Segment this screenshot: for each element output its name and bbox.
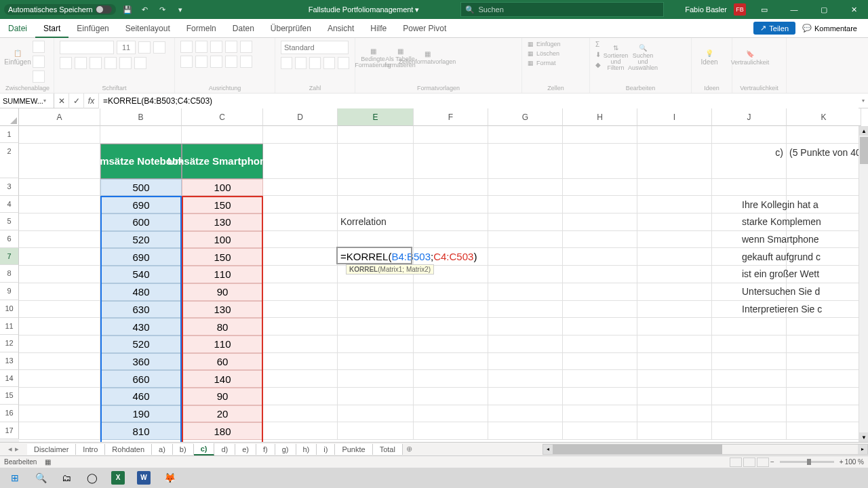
row-header[interactable]: 6 xyxy=(0,230,19,248)
col-header[interactable]: C xyxy=(182,108,263,126)
fx-enter-icon[interactable]: ✓ xyxy=(69,94,84,108)
ribbon-mode-icon[interactable]: ▭ xyxy=(753,0,776,19)
tab-view[interactable]: Ansicht xyxy=(319,19,362,38)
find-select-button[interactable]: 🔍Suchen und Auswählen xyxy=(631,41,655,75)
active-cell[interactable]: =KORREL(B4:B503;C4:C503) KORREL(Matrix1;… xyxy=(338,248,414,266)
row-header[interactable]: 15 xyxy=(0,387,19,405)
zoom-in-icon[interactable]: + xyxy=(840,458,844,466)
font-size-input[interactable] xyxy=(117,41,136,54)
undo-icon[interactable]: ↶ xyxy=(139,3,151,16)
increase-font-icon[interactable] xyxy=(138,41,151,54)
italic-icon[interactable] xyxy=(75,57,87,69)
row-header[interactable]: 11 xyxy=(0,318,19,336)
fill-color-icon[interactable] xyxy=(119,57,132,69)
zoom-slider[interactable] xyxy=(780,461,834,463)
align-mid-icon[interactable] xyxy=(195,41,208,53)
format-painter-icon[interactable] xyxy=(33,70,45,83)
taskbar-excel-icon[interactable]: X xyxy=(106,468,130,487)
tab-help[interactable]: Hilfe xyxy=(362,19,395,38)
minimize-icon[interactable]: — xyxy=(783,0,806,19)
sheet-tab-active[interactable]: c) xyxy=(194,443,215,455)
filename[interactable]: Fallstudie Portfoliomanagement ▾ xyxy=(309,5,420,14)
align-left-icon[interactable] xyxy=(180,56,193,68)
vscroll-thumb[interactable] xyxy=(860,137,868,164)
row-header[interactable]: 13 xyxy=(0,352,19,370)
row-header[interactable]: 14 xyxy=(0,370,19,388)
border-icon[interactable] xyxy=(104,57,117,69)
ideas-button[interactable]: 💡Ideen xyxy=(697,41,722,75)
as-table-button[interactable]: ▦Als Tabelle formatieren xyxy=(388,41,412,75)
col-header[interactable]: E xyxy=(338,108,414,126)
col-header[interactable]: H xyxy=(563,108,637,126)
hscroll-thumb[interactable] xyxy=(553,445,722,454)
sheet-tab[interactable]: Total xyxy=(373,444,403,455)
comma-icon[interactable] xyxy=(309,57,321,69)
close-icon[interactable]: ✕ xyxy=(842,0,865,19)
share-button[interactable]: ↗ Teilen xyxy=(753,22,795,35)
windows-start-icon[interactable]: ⊞ xyxy=(3,468,27,487)
cell-styles-button[interactable]: ▦Zellenformatvorlagen xyxy=(415,41,439,75)
row-header[interactable]: 10 xyxy=(0,300,19,318)
expand-fx-icon[interactable]: ▾ xyxy=(859,98,868,104)
zoom-out-icon[interactable]: − xyxy=(770,458,774,466)
col-header[interactable]: I xyxy=(637,108,712,126)
row-header[interactable]: 3 xyxy=(0,178,19,196)
select-all-button[interactable] xyxy=(0,108,19,126)
inc-dec-icon[interactable] xyxy=(323,57,335,69)
accessibility-icon[interactable]: ▦ xyxy=(45,458,51,466)
col-header[interactable]: G xyxy=(488,108,563,126)
row-header[interactable]: 7 xyxy=(0,248,19,266)
vscrollbar[interactable]: ▲ ▼ xyxy=(859,126,868,442)
sheet-tab[interactable]: d) xyxy=(214,444,235,455)
zoom-value[interactable]: 100 % xyxy=(845,458,864,466)
row-header[interactable]: 2 xyxy=(0,143,19,178)
col-header[interactable]: J xyxy=(712,108,787,126)
sheet-tab[interactable]: Intro xyxy=(76,444,105,455)
row-header[interactable]: 1 xyxy=(0,126,19,143)
taskbar-search-icon[interactable]: 🔍 xyxy=(28,468,53,487)
tab-file[interactable]: Datei xyxy=(0,19,35,38)
qat-more-icon[interactable]: ▾ xyxy=(174,3,186,16)
maximize-icon[interactable]: ▢ xyxy=(812,0,835,19)
dec-dec-icon[interactable] xyxy=(338,57,349,69)
fx-icon[interactable]: fx xyxy=(84,94,99,108)
fx-cancel-icon[interactable]: ✕ xyxy=(54,94,69,108)
cut-icon[interactable] xyxy=(33,41,45,53)
underline-icon[interactable] xyxy=(90,57,102,69)
col-header[interactable]: B xyxy=(100,108,182,126)
col-header[interactable]: D xyxy=(263,108,338,126)
sheet-tab[interactable]: g) xyxy=(275,444,296,455)
align-right-icon[interactable] xyxy=(210,56,222,68)
row-header[interactable]: 16 xyxy=(0,405,19,422)
sensitivity-button[interactable]: 🔖Vertraulichkeit xyxy=(738,41,762,75)
row-header[interactable]: 5 xyxy=(0,213,19,230)
sheet-tab[interactable]: Punkte xyxy=(335,444,372,455)
sheet-tab[interactable]: f) xyxy=(256,444,275,455)
col-header[interactable]: K xyxy=(787,108,861,126)
orientation-icon[interactable] xyxy=(225,41,237,53)
scroll-up-icon[interactable]: ▲ xyxy=(859,126,868,136)
comments-button[interactable]: 💬 Kommentare xyxy=(797,22,863,35)
formula-input[interactable] xyxy=(99,94,859,108)
align-bot-icon[interactable] xyxy=(210,41,222,53)
delete-cells-button[interactable]: ▦ Löschen xyxy=(528,50,584,57)
page-break-view-icon[interactable] xyxy=(757,458,769,467)
col-header[interactable]: F xyxy=(414,108,488,126)
tab-powerpivot[interactable]: Power Pivot xyxy=(395,19,454,38)
user-name[interactable]: Fabio Basler xyxy=(685,5,727,14)
row-header[interactable]: 12 xyxy=(0,335,19,352)
row-header[interactable]: 17 xyxy=(0,422,19,440)
indent-dec-icon[interactable] xyxy=(225,56,237,68)
normal-view-icon[interactable] xyxy=(730,458,742,467)
taskbar-word-icon[interactable]: W xyxy=(132,468,156,487)
merge-icon[interactable] xyxy=(240,56,252,68)
copy-icon[interactable] xyxy=(33,56,45,68)
col-header[interactable]: A xyxy=(19,108,100,126)
hscrollbar[interactable]: ◂ ▸ xyxy=(542,444,868,455)
scroll-left-icon[interactable]: ◂ xyxy=(543,445,553,454)
align-top-icon[interactable] xyxy=(180,41,193,53)
tab-review[interactable]: Überprüfen xyxy=(262,19,319,38)
wrap-icon[interactable] xyxy=(240,41,252,53)
scroll-right-icon[interactable]: ▸ xyxy=(858,445,867,454)
sheet-tab[interactable]: a) xyxy=(152,444,173,455)
